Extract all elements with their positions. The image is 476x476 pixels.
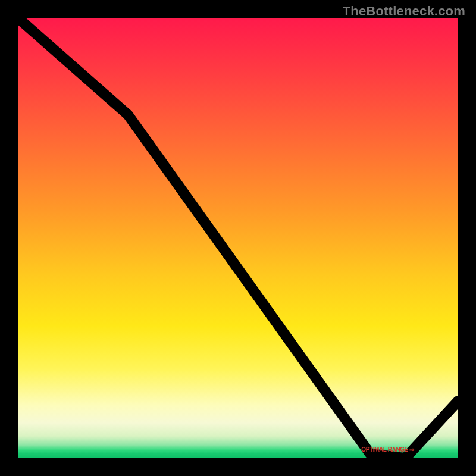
bottleneck-line xyxy=(18,18,458,458)
optimal-range-annotation: OPTIMAL RANGE ⇒ xyxy=(361,446,414,453)
bottleneck-line-path xyxy=(18,18,458,458)
chart-frame: TheBottleneck.com OPTIMAL RANGE ⇒ xyxy=(0,0,476,476)
plot-area: OPTIMAL RANGE ⇒ xyxy=(18,18,458,458)
watermark-text: TheBottleneck.com xyxy=(343,4,465,19)
